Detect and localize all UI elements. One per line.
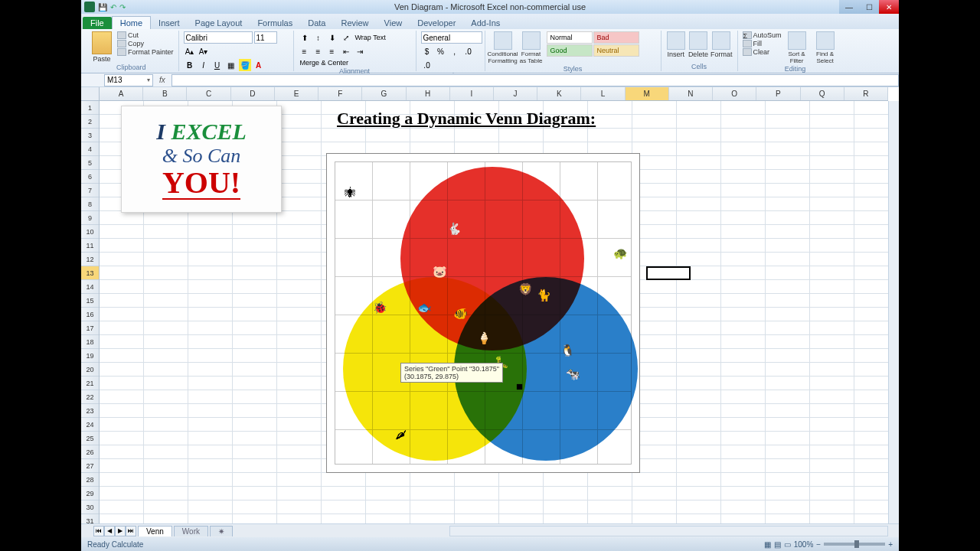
copy-button[interactable]: Copy bbox=[117, 40, 174, 47]
chart-point[interactable]: 🐢 bbox=[613, 246, 627, 260]
column-headers[interactable]: ABCDEFGHIJKLMNOPQR bbox=[100, 87, 888, 101]
view-layout-icon[interactable]: ▤ bbox=[774, 540, 781, 549]
style-neutral[interactable]: Neutral bbox=[593, 44, 639, 57]
fx-icon[interactable]: fx bbox=[156, 76, 168, 84]
merge-center-button[interactable]: Merge & Center bbox=[299, 59, 349, 67]
font-color-button[interactable]: A bbox=[253, 59, 265, 71]
percent-icon[interactable]: % bbox=[435, 45, 447, 57]
find-select-button[interactable]: Find & Select bbox=[812, 31, 838, 64]
inc-decimal-icon[interactable]: .0 bbox=[462, 45, 475, 57]
align-middle-icon[interactable]: ↕ bbox=[312, 31, 325, 44]
fill-button[interactable]: Fill bbox=[743, 40, 782, 47]
chart-point[interactable]: 🐧 bbox=[560, 344, 574, 357]
style-bad[interactable]: Bad bbox=[593, 31, 639, 44]
name-box[interactable]: M13 bbox=[104, 74, 153, 86]
sheet-nav-next-icon[interactable]: ▶ bbox=[115, 526, 126, 536]
tab-file[interactable]: File bbox=[83, 17, 112, 29]
comma-icon[interactable]: , bbox=[449, 45, 461, 57]
insert-cells-button[interactable]: Insert bbox=[666, 31, 686, 58]
tab-page-layout[interactable]: Page Layout bbox=[188, 17, 250, 29]
tab-view[interactable]: View bbox=[377, 17, 410, 29]
tab-home[interactable]: Home bbox=[112, 16, 151, 29]
align-bottom-icon[interactable]: ⬇ bbox=[326, 31, 338, 44]
tab-developer[interactable]: Developer bbox=[410, 17, 463, 29]
chart-point[interactable]: 🐈 bbox=[537, 289, 550, 302]
grow-font-icon[interactable]: A▴ bbox=[184, 45, 196, 57]
border-button[interactable]: ▦ bbox=[225, 59, 237, 71]
vertical-scrollbar[interactable] bbox=[888, 101, 899, 523]
autosum-button[interactable]: ΣAutoSum bbox=[743, 31, 782, 39]
underline-button[interactable]: U bbox=[211, 59, 224, 71]
currency-icon[interactable]: $ bbox=[421, 45, 433, 57]
view-normal-icon[interactable]: ▦ bbox=[764, 540, 771, 549]
sheet-nav-last-icon[interactable]: ⏭ bbox=[126, 526, 136, 536]
minimize-button[interactable]: — bbox=[839, 0, 859, 14]
tab-insert[interactable]: Insert bbox=[151, 17, 188, 29]
chart-point[interactable]: 🐞 bbox=[373, 301, 387, 315]
chart-point[interactable]: 🐷 bbox=[433, 265, 446, 279]
formula-input[interactable] bbox=[172, 74, 899, 86]
shrink-font-icon[interactable]: A▾ bbox=[198, 45, 210, 57]
chart-point[interactable]: 🐠 bbox=[453, 307, 467, 321]
sheet-tab-work[interactable]: Work bbox=[174, 526, 208, 536]
cells-area[interactable]: Creating a Dynamic Venn Diagram: I EXCEL… bbox=[100, 101, 888, 523]
font-size-select[interactable] bbox=[254, 31, 277, 44]
format-painter-button[interactable]: Format Painter bbox=[117, 48, 174, 56]
qat-redo-icon[interactable]: ↷ bbox=[119, 3, 126, 11]
delete-cells-button[interactable]: Delete bbox=[688, 31, 708, 58]
sheet-nav-first-icon[interactable]: ⏮ bbox=[93, 526, 104, 536]
sheet-nav-prev-icon[interactable]: ◀ bbox=[104, 526, 115, 536]
close-button[interactable]: ✕ bbox=[879, 0, 899, 14]
fill-color-button[interactable]: 🪣 bbox=[239, 59, 251, 71]
chart-point[interactable]: 🌶 bbox=[394, 428, 407, 442]
orientation-icon[interactable]: ⤢ bbox=[340, 31, 352, 44]
cut-button[interactable]: Cut bbox=[117, 31, 174, 39]
clear-button[interactable]: Clear bbox=[743, 48, 782, 56]
align-left-icon[interactable]: ≡ bbox=[299, 45, 311, 57]
zoom-out-button[interactable]: − bbox=[816, 540, 821, 549]
row-headers[interactable]: 1234567891011121314151617181920212223242… bbox=[81, 101, 100, 523]
chart-point[interactable]: 🐟 bbox=[417, 301, 431, 315]
indent-dec-icon[interactable]: ⇤ bbox=[340, 45, 352, 57]
chart-point[interactable]: 🕷 bbox=[343, 186, 357, 200]
zoom-slider[interactable] bbox=[824, 543, 885, 546]
zoom-in-button[interactable]: + bbox=[888, 540, 893, 549]
chart-point[interactable]: 🦁 bbox=[518, 282, 532, 296]
chart-point[interactable]: 🐇 bbox=[447, 222, 461, 236]
view-break-icon[interactable]: ▭ bbox=[784, 540, 791, 549]
dec-decimal-icon[interactable]: .0 bbox=[421, 59, 433, 71]
bold-button[interactable]: B bbox=[184, 59, 196, 71]
chart-point[interactable]: 🐄 bbox=[566, 367, 580, 381]
chart-point[interactable]: 🍦 bbox=[477, 331, 491, 345]
maximize-button[interactable]: ☐ bbox=[859, 0, 879, 14]
align-top-icon[interactable]: ⬆ bbox=[299, 31, 311, 44]
wrap-text-button[interactable]: Wrap Text bbox=[354, 31, 386, 44]
paste-button[interactable]: Paste bbox=[89, 31, 115, 63]
qat-save-icon[interactable]: 💾 bbox=[98, 3, 107, 11]
style-good[interactable]: Good bbox=[547, 44, 593, 57]
number-format-select[interactable] bbox=[421, 31, 482, 44]
sort-filter-button[interactable]: Sort & Filter bbox=[784, 31, 810, 64]
qat-undo-icon[interactable]: ↶ bbox=[110, 3, 116, 11]
select-all-corner[interactable] bbox=[81, 87, 100, 101]
format-as-table-button[interactable]: Format as Table bbox=[518, 31, 544, 64]
active-cell-selection[interactable] bbox=[646, 266, 691, 280]
zoom-controls[interactable]: ▦ ▤ ▭ 100% − + bbox=[764, 540, 893, 549]
indent-inc-icon[interactable]: ⇥ bbox=[354, 45, 366, 57]
sheet-tab-venn[interactable]: Venn bbox=[138, 526, 172, 536]
format-cells-button[interactable]: Format bbox=[710, 31, 733, 58]
align-right-icon[interactable]: ≡ bbox=[326, 45, 338, 57]
italic-button[interactable]: I bbox=[198, 59, 210, 71]
font-name-select[interactable] bbox=[184, 31, 253, 44]
sheet-tab-new[interactable]: ✷ bbox=[210, 526, 233, 536]
align-center-icon[interactable]: ≡ bbox=[312, 45, 325, 57]
horizontal-scrollbar[interactable] bbox=[449, 526, 888, 536]
tab-data[interactable]: Data bbox=[300, 17, 333, 29]
tab-review[interactable]: Review bbox=[333, 17, 376, 29]
tab-addins[interactable]: Add-Ins bbox=[463, 17, 508, 29]
venn-chart[interactable]: 🕷🐇🐷🐢🐈🦁🐟🐠🐞✕🍦🐛🐄🐧■🌶 Series "Green" Point "3… bbox=[326, 153, 640, 473]
tab-formulas[interactable]: Formulas bbox=[250, 17, 300, 29]
conditional-formatting-button[interactable]: Conditional Formatting bbox=[490, 31, 516, 64]
chart-point[interactable]: ■ bbox=[513, 380, 527, 393]
style-normal[interactable]: Normal bbox=[547, 31, 593, 44]
